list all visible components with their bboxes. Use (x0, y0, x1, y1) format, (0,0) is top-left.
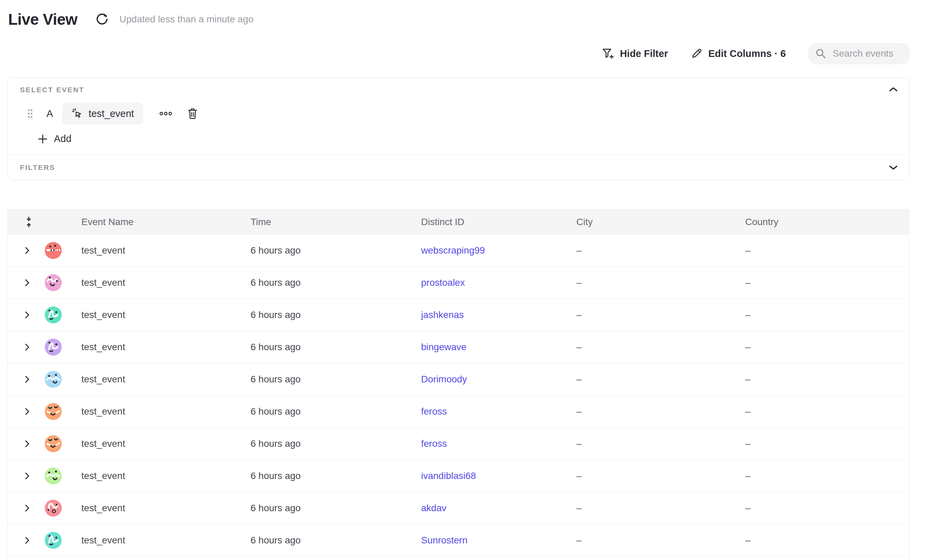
filters-label: FILTERS (20, 163, 55, 172)
country-cell: – (745, 503, 909, 514)
country-cell: – (745, 277, 909, 288)
country-cell: – (745, 309, 909, 320)
table-row: test_event 6 hours ago akdav – – (8, 492, 909, 525)
distinct-id-link[interactable]: feross (421, 438, 576, 449)
country-cell: – (745, 342, 909, 352)
series-letter: A (46, 108, 53, 119)
collapse-section-button[interactable] (888, 86, 898, 92)
expand-row-button[interactable] (25, 440, 30, 448)
hide-filter-label: Hide Filter (620, 48, 668, 59)
city-cell: – (576, 535, 745, 546)
distinct-id-link[interactable]: prostoalex (421, 277, 576, 288)
country-cell: – (745, 471, 909, 482)
event-selector-button[interactable]: test_event (62, 103, 143, 125)
event-name-cell: test_event (82, 342, 251, 352)
distinct-id-link[interactable]: akdav (421, 503, 576, 514)
refresh-icon (95, 12, 109, 26)
city-cell: – (576, 309, 745, 320)
filters-section-toggle[interactable]: FILTERS (8, 155, 909, 180)
column-header-city[interactable]: City (576, 217, 745, 228)
table-row: test_event 6 hours ago Sunrostern – – (8, 525, 909, 557)
avatar (45, 500, 62, 517)
select-event-label: SELECT EVENT (20, 86, 897, 94)
table-row-partial (8, 557, 909, 560)
avatar (45, 468, 62, 485)
row-lead-cell (8, 435, 82, 452)
selected-event-label: test_event (88, 108, 134, 119)
column-header-country[interactable]: Country (745, 217, 909, 228)
time-cell: 6 hours ago (251, 438, 421, 449)
distinct-id-link[interactable]: feross (421, 406, 576, 417)
edit-columns-button[interactable]: Edit Columns · 6 (690, 48, 786, 60)
city-cell: – (576, 406, 745, 417)
city-cell: – (576, 438, 745, 449)
expand-row-button[interactable] (25, 536, 30, 545)
expand-row-button[interactable] (25, 246, 30, 255)
collapse-all-button[interactable] (8, 216, 82, 228)
distinct-id-link[interactable]: Dorimoody (421, 374, 576, 385)
column-header-distinct-id[interactable]: Distinct ID (421, 217, 576, 228)
country-cell: – (745, 374, 909, 385)
expand-row-button[interactable] (25, 311, 30, 319)
avatar (45, 403, 62, 420)
page-header: Live View Updated less than a minute ago (0, 0, 933, 28)
plus-icon (38, 134, 48, 144)
table-header: Event Name Time Distinct ID City Country (8, 209, 909, 235)
add-event-button[interactable]: Add (38, 133, 897, 145)
time-cell: 6 hours ago (251, 406, 421, 417)
refresh-button[interactable] (95, 12, 109, 26)
time-cell: 6 hours ago (251, 342, 421, 352)
table-row: test_event 6 hours ago feross – – (8, 395, 909, 428)
row-lead-cell (8, 500, 82, 517)
row-lead-cell (8, 468, 82, 485)
event-name-cell: test_event (82, 277, 251, 288)
event-row: A test_event (28, 103, 897, 125)
city-cell: – (576, 277, 745, 288)
search-events-input[interactable] (832, 48, 903, 59)
country-cell: – (745, 535, 909, 546)
expand-row-button[interactable] (25, 343, 30, 351)
country-cell: – (745, 438, 909, 449)
time-cell: 6 hours ago (251, 535, 421, 546)
expand-row-button[interactable] (25, 375, 30, 383)
collapse-vertical-icon (25, 216, 82, 228)
column-header-time[interactable]: Time (251, 217, 421, 228)
city-cell: – (576, 374, 745, 385)
expand-row-button[interactable] (25, 472, 30, 480)
add-label: Add (54, 133, 72, 145)
delete-event-button[interactable] (187, 108, 198, 120)
expand-row-button[interactable] (25, 278, 30, 287)
event-name-cell: test_event (82, 309, 251, 320)
time-cell: 6 hours ago (251, 374, 421, 385)
table-row: test_event 6 hours ago Dorimoody – – (8, 363, 909, 395)
row-lead-cell (8, 371, 82, 388)
query-builder-panel: SELECT EVENT A (8, 77, 909, 180)
table-body: test_event 6 hours ago webscraping99 – – (8, 235, 909, 557)
search-events-box[interactable] (808, 43, 910, 65)
distinct-id-link[interactable]: Sunrostern (421, 535, 576, 546)
event-name-cell: test_event (82, 245, 251, 256)
distinct-id-link[interactable]: webscraping99 (421, 245, 576, 256)
city-cell: – (576, 245, 745, 256)
distinct-id-link[interactable]: bingewave (421, 342, 576, 352)
distinct-id-link[interactable]: ivandiblasi68 (421, 471, 576, 482)
edit-columns-label: Edit Columns · 6 (708, 48, 786, 59)
time-cell: 6 hours ago (251, 309, 421, 320)
expand-row-button[interactable] (25, 504, 30, 512)
expand-row-button[interactable] (25, 408, 30, 415)
avatar (45, 371, 62, 388)
distinct-id-link[interactable]: jashkenas (421, 309, 576, 320)
time-cell: 6 hours ago (251, 471, 421, 482)
row-lead-cell (8, 338, 82, 355)
pencil-icon (690, 48, 702, 60)
events-table: Event Name Time Distinct ID City Country (8, 209, 909, 560)
event-name-cell: test_event (82, 406, 251, 417)
more-options-button[interactable] (159, 111, 172, 116)
toolbar: Hide Filter Edit Columns · 6 (0, 43, 910, 65)
column-header-event-name[interactable]: Event Name (82, 217, 251, 228)
hide-filter-button[interactable]: Hide Filter (602, 48, 668, 60)
table-row: test_event 6 hours ago prostoalex – – (8, 267, 909, 299)
avatar (45, 532, 62, 549)
country-cell: – (745, 406, 909, 417)
drag-handle-icon[interactable] (28, 108, 33, 119)
